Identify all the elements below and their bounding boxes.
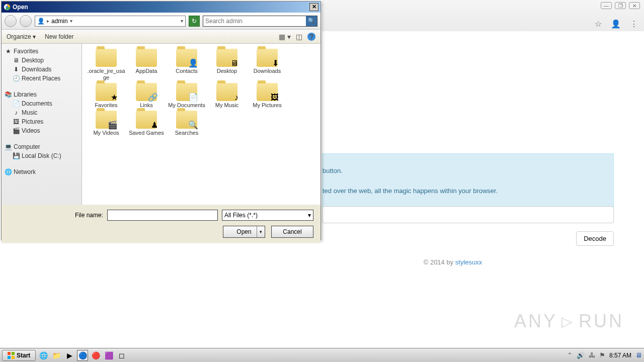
music-icon: ♪ bbox=[13, 109, 20, 116]
file-label: Favorites bbox=[87, 102, 125, 109]
sidebar-item-pictures[interactable]: 🖼Pictures bbox=[4, 117, 79, 126]
folder-icon: 🔗 bbox=[136, 83, 157, 101]
folder-icon: 🔍 bbox=[176, 111, 197, 129]
file-label: Desktop bbox=[208, 68, 246, 74]
folder-icon bbox=[136, 49, 157, 67]
svg-rect-2 bbox=[8, 352, 11, 355]
new-folder-button[interactable]: New folder bbox=[45, 33, 73, 40]
breadcrumb-folder[interactable]: admin bbox=[51, 18, 68, 25]
file-item[interactable]: 🔗Links bbox=[127, 83, 166, 109]
preview-pane-button[interactable]: ◫ bbox=[296, 33, 302, 41]
task-window-icon[interactable]: ◻ bbox=[116, 350, 127, 361]
filename-input[interactable] bbox=[107, 210, 218, 221]
computer-icon: 💻 bbox=[5, 143, 12, 150]
dialog-titlebar[interactable]: Open ✕ bbox=[2, 2, 320, 13]
sidebar-favorites-header[interactable]: ★Favorites bbox=[4, 47, 79, 56]
file-filter-select[interactable]: All Files (*.*) ▾ bbox=[222, 210, 313, 221]
taskbar: Start 🌐 📁 ▶ 🔵 🔴 🟪 ◻ ⌃ 🔊 🖧 ⚑ 8:57 AM 🖥 bbox=[0, 348, 644, 362]
sidebar-item-localdisk[interactable]: 💾Local Disk (C:) bbox=[4, 151, 79, 160]
tray-network-icon[interactable]: 🖧 bbox=[589, 351, 595, 359]
menu-dots-icon[interactable]: ⋮ bbox=[630, 19, 638, 29]
chrome-app-icon bbox=[4, 4, 11, 11]
tray-flag-icon[interactable]: ⚑ bbox=[599, 351, 605, 359]
task-ie-icon[interactable]: 🌐 bbox=[38, 350, 49, 361]
sidebar-libraries-header[interactable]: 📚Libraries bbox=[4, 90, 79, 99]
file-item[interactable]: ♪My Music bbox=[208, 83, 246, 109]
sidebar-item-desktop[interactable]: 🖥Desktop bbox=[4, 56, 79, 65]
maximize-button[interactable]: ❐ bbox=[615, 2, 626, 9]
open-split-icon[interactable]: ▾ bbox=[257, 226, 265, 237]
dialog-title: Open bbox=[13, 4, 28, 11]
svg-rect-4 bbox=[8, 356, 11, 359]
file-label: AppData bbox=[127, 68, 166, 74]
taskbar-clock[interactable]: 8:57 AM bbox=[609, 352, 631, 359]
sidebar-computer-header[interactable]: 💻Computer bbox=[4, 142, 79, 151]
videos-icon: 🎬 bbox=[13, 127, 20, 134]
dialog-navbar: 👤 ▸ admin ▾ ▾ ↻ 🔍 bbox=[2, 13, 320, 30]
downloads-icon: ⬇ bbox=[13, 66, 20, 73]
minimize-button[interactable]: — bbox=[601, 2, 612, 9]
breadcrumb-dropdown-icon[interactable]: ▾ bbox=[181, 18, 183, 24]
file-item[interactable]: 🖥Desktop bbox=[208, 49, 246, 81]
star-icon: ★ bbox=[5, 48, 12, 55]
sidebar-network-header[interactable]: 🌐Network bbox=[4, 167, 79, 176]
file-item[interactable]: 📄My Documents bbox=[168, 83, 206, 109]
profile-avatar-icon[interactable]: 👤 bbox=[611, 19, 621, 29]
folder-overlay-icon: ⬇ bbox=[272, 58, 279, 68]
task-chrome-icon[interactable]: 🔵 bbox=[77, 350, 88, 361]
task-app-icon[interactable]: 🟪 bbox=[103, 350, 114, 361]
file-item[interactable]: ⬇Downloads bbox=[248, 49, 286, 81]
search-input[interactable] bbox=[203, 18, 306, 25]
dialog-toolbar: Organize ▾ New folder ▦ ▾ ◫ ? bbox=[2, 30, 320, 44]
tray-expand-icon[interactable]: ⌃ bbox=[567, 351, 573, 359]
filter-text: All Files (*.*) bbox=[224, 212, 258, 219]
file-grid[interactable]: .oracle_jre_usageAppData👤Contacts🖥Deskto… bbox=[82, 44, 320, 205]
window-close-button[interactable]: ✕ bbox=[629, 2, 640, 9]
file-item[interactable]: 🔍Searches bbox=[168, 111, 206, 136]
breadcrumb[interactable]: 👤 ▸ admin ▾ ▾ bbox=[35, 16, 186, 27]
folder-overlay-icon: ♟ bbox=[151, 120, 158, 130]
footer-link[interactable]: stylesuxx bbox=[455, 258, 482, 266]
back-button[interactable] bbox=[5, 15, 17, 27]
file-item[interactable]: ★Favorites bbox=[87, 83, 125, 109]
task-explorer-icon[interactable]: 📁 bbox=[51, 350, 62, 361]
folder-overlay-icon: 🎬 bbox=[108, 120, 118, 130]
open-button[interactable]: Open ▾ bbox=[223, 226, 265, 238]
start-button[interactable]: Start bbox=[2, 350, 36, 361]
refresh-button[interactable]: ↻ bbox=[189, 16, 200, 27]
dialog-bottom-bar: File name: All Files (*.*) ▾ Open ▾ Canc… bbox=[2, 205, 320, 243]
decode-button[interactable]: Decode bbox=[576, 231, 614, 246]
sidebar-item-recent[interactable]: 🕘Recent Places bbox=[4, 74, 79, 83]
task-opera-icon[interactable]: 🔴 bbox=[90, 350, 101, 361]
file-item[interactable]: 🖼My Pictures bbox=[248, 83, 286, 109]
disk-icon: 💾 bbox=[13, 152, 20, 159]
folder-icon: 🎬 bbox=[96, 111, 117, 129]
view-mode-button[interactable]: ▦ ▾ bbox=[279, 33, 291, 41]
search-box[interactable]: 🔍 bbox=[203, 16, 317, 27]
cancel-button[interactable]: Cancel bbox=[271, 226, 313, 238]
search-go-button[interactable]: 🔍 bbox=[306, 16, 317, 26]
sidebar-item-music[interactable]: ♪Music bbox=[4, 108, 79, 117]
tray-volume-icon[interactable]: 🔊 bbox=[577, 351, 585, 359]
webpage-text-input[interactable] bbox=[322, 206, 614, 223]
watermark: ANY ▷ RUN bbox=[514, 311, 624, 332]
file-item[interactable]: AppData bbox=[127, 49, 166, 81]
organize-menu[interactable]: Organize ▾ bbox=[7, 33, 36, 40]
bookmark-star-icon[interactable]: ☆ bbox=[595, 19, 602, 29]
sidebar-item-downloads[interactable]: ⬇Downloads bbox=[4, 65, 79, 74]
folder-icon bbox=[96, 49, 117, 67]
file-label: Contacts bbox=[168, 68, 206, 74]
file-item[interactable]: .oracle_jre_usage bbox=[87, 49, 125, 81]
recent-icon: 🕘 bbox=[13, 75, 20, 82]
tray-monitor-icon[interactable]: 🖥 bbox=[635, 351, 642, 359]
user-folder-icon: 👤 bbox=[37, 18, 45, 25]
help-icon[interactable]: ? bbox=[307, 33, 315, 41]
file-item[interactable]: ♟Saved Games bbox=[127, 111, 166, 136]
sidebar-item-documents[interactable]: 📄Documents bbox=[4, 99, 79, 108]
dialog-close-button[interactable]: ✕ bbox=[309, 3, 318, 11]
sidebar-item-videos[interactable]: 🎬Videos bbox=[4, 126, 79, 135]
file-item[interactable]: 👤Contacts bbox=[168, 49, 206, 81]
task-media-icon[interactable]: ▶ bbox=[64, 350, 75, 361]
forward-button[interactable] bbox=[20, 15, 32, 27]
file-item[interactable]: 🎬My Videos bbox=[87, 111, 125, 136]
